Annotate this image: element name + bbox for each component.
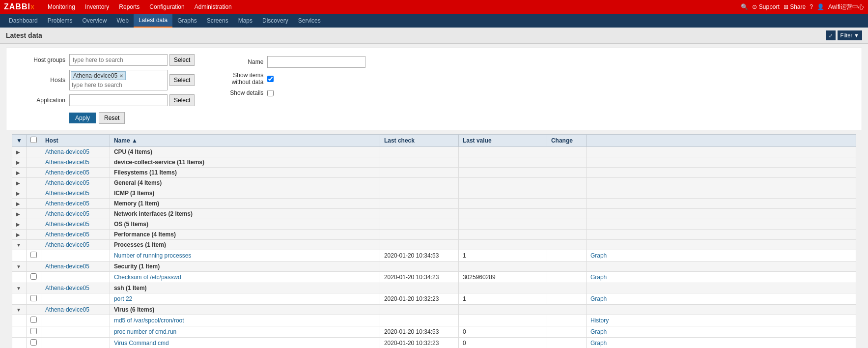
expand-button[interactable]: ▶ [16, 232, 20, 237]
expand-button[interactable]: ▶ [16, 191, 20, 196]
hosts-input-container[interactable]: Athena-device05 ✕ [69, 70, 168, 90]
expand-button[interactable]: ▶ [16, 160, 20, 165]
host-link[interactable]: Athena-device05 [45, 285, 89, 291]
expand-icon[interactable]: ⤢ [826, 30, 836, 40]
row-checkbox[interactable] [30, 252, 37, 258]
change-cell [547, 240, 586, 250]
expand-button[interactable]: ▶ [16, 180, 20, 186]
help-link[interactable]: ? [810, 3, 813, 10]
table-row: ▶ Athena-device05 General (4 Items) [12, 178, 856, 188]
graph-link[interactable]: Graph [590, 252, 607, 259]
subnav-graphs[interactable]: Graphs [172, 14, 201, 28]
row-checkbox[interactable] [30, 317, 37, 323]
expand-button[interactable]: ▶ [16, 149, 20, 155]
host-link[interactable]: Athena-device05 [45, 231, 89, 238]
row-checkbox[interactable] [30, 273, 37, 280]
expand-button[interactable]: ▼ [16, 264, 21, 269]
graph-link[interactable]: Graph [590, 340, 607, 347]
expand-button[interactable]: ▶ [16, 170, 20, 175]
show-details-checkbox[interactable] [267, 90, 274, 96]
expand-button[interactable]: ▼ [16, 242, 21, 248]
host-link[interactable]: Athena-device05 [45, 159, 89, 166]
nav-monitoring[interactable]: Monitoring [43, 0, 80, 14]
hosts-select-button[interactable]: Select [169, 74, 195, 86]
host-link[interactable]: Athena-device05 [45, 263, 89, 270]
expand-button[interactable]: ▶ [16, 201, 20, 206]
row-checkbox[interactable] [30, 295, 37, 301]
item-name-link[interactable]: md5 of /var/spool/cron/root [114, 317, 184, 324]
row-checkbox[interactable] [30, 339, 37, 346]
subnav-dashboard[interactable]: Dashboard [4, 14, 43, 28]
host-link[interactable]: Athena-device05 [45, 200, 89, 207]
expand-cell [12, 293, 27, 305]
nav-administration[interactable]: Administration [190, 0, 237, 14]
search-icon[interactable]: 🔍 [741, 3, 748, 10]
graph-cell: Graph [586, 250, 856, 261]
application-input[interactable] [69, 94, 168, 106]
host-groups-input[interactable] [69, 54, 168, 66]
graph-link[interactable]: Graph [590, 274, 607, 281]
row-checkbox[interactable] [30, 328, 37, 334]
host-groups-select-button[interactable]: Select [169, 54, 195, 66]
lastvalue-cell: 1 [458, 293, 547, 305]
table-row: ▶ Athena-device05 ICMP (3 Items) [12, 188, 856, 199]
name-input[interactable] [267, 56, 365, 68]
graph-cell [586, 188, 856, 199]
subnav-maps[interactable]: Maps [233, 14, 257, 28]
host-tag-close[interactable]: ✕ [119, 73, 123, 79]
group-name: Memory (1 Item) [114, 200, 159, 207]
application-select-button[interactable]: Select [169, 94, 195, 106]
expand-cell [12, 250, 27, 261]
reset-button[interactable]: Reset [99, 112, 125, 124]
user-icon[interactable]: 👤 [817, 3, 824, 10]
host-link[interactable]: Athena-device05 [45, 210, 89, 217]
item-name-link[interactable]: port 22 [114, 295, 132, 302]
checkbox-cell [26, 230, 41, 240]
graph-cell: Graph [586, 326, 856, 338]
filter-toggle-button[interactable]: Filter ▼ [838, 30, 862, 40]
host-link[interactable]: Athena-device05 [45, 169, 89, 176]
item-name-link[interactable]: Virus Command cmd [114, 340, 169, 347]
apply-button[interactable]: Apply [69, 113, 96, 123]
subnav-overview[interactable]: Overview [77, 14, 112, 28]
change-cell [547, 326, 586, 338]
share-link[interactable]: ⊞ Share [784, 3, 806, 10]
graph-link[interactable]: History [590, 317, 609, 324]
expand-cell: ▶ [12, 188, 27, 199]
graph-link[interactable]: Graph [590, 295, 607, 302]
subnav-problems[interactable]: Problems [43, 14, 78, 28]
show-items-label: Show items without data [214, 72, 263, 86]
nav-inventory[interactable]: Inventory [80, 0, 114, 14]
show-items-checkbox[interactable] [267, 76, 274, 82]
expand-button[interactable]: ▼ [16, 286, 21, 291]
nav-configuration[interactable]: Configuration [144, 0, 189, 14]
host-link[interactable]: Athena-device05 [45, 148, 89, 155]
expand-button[interactable]: ▼ [16, 307, 21, 313]
subnav-services[interactable]: Services [293, 14, 326, 28]
nav-reports[interactable]: Reports [114, 0, 144, 14]
graph-link[interactable]: Graph [590, 328, 607, 335]
item-name-link[interactable]: proc number of cmd.run [114, 328, 176, 335]
subnav-latest-data[interactable]: Latest data [134, 14, 172, 28]
host-link[interactable]: Athena-device05 [45, 221, 89, 228]
host-link[interactable]: Athena-device05 [45, 306, 89, 313]
host-link[interactable]: Athena-device05 [45, 179, 89, 186]
item-name-link[interactable]: Checksum of /etc/passwd [114, 274, 181, 281]
support-link[interactable]: ⊙ Support [752, 3, 779, 10]
select-all-checkbox[interactable] [30, 137, 37, 143]
name-cell: Performance (4 Items) [110, 230, 380, 240]
username: Awifi运营中心 [828, 3, 864, 11]
expand-button[interactable]: ▶ [16, 211, 20, 217]
change-cell [547, 272, 586, 283]
subnav-discovery[interactable]: Discovery [257, 14, 293, 28]
graph-cell [586, 147, 856, 157]
host-link[interactable]: Athena-device05 [45, 190, 89, 197]
host-link[interactable]: Athena-device05 [45, 241, 89, 248]
hosts-search-input[interactable] [71, 81, 166, 89]
subnav-web[interactable]: Web [112, 14, 133, 28]
expand-cell: ▼ [12, 283, 27, 293]
expand-button[interactable]: ▶ [16, 222, 20, 227]
item-name-link[interactable]: Number of running processes [114, 252, 191, 259]
change-cell [547, 293, 586, 305]
subnav-screens[interactable]: Screens [202, 14, 233, 28]
